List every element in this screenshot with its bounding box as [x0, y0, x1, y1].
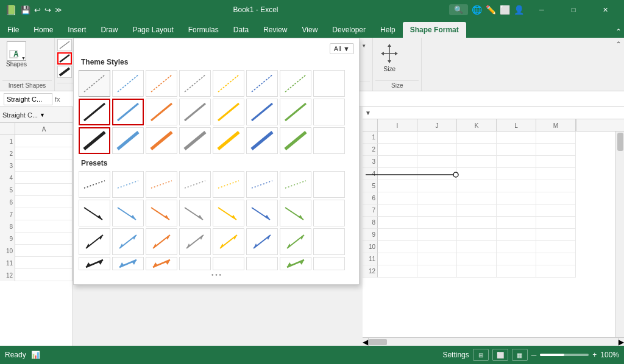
- cell-I12[interactable]: [378, 265, 417, 278]
- style-item-18[interactable]: [112, 127, 144, 154]
- page-break-view-button[interactable]: ▦: [512, 349, 528, 361]
- preset-item-5[interactable]: [213, 171, 244, 198]
- preset-item-22[interactable]: [246, 228, 278, 255]
- cell-J1[interactable]: [417, 131, 457, 144]
- preset-item-13[interactable]: [213, 200, 244, 226]
- preset-item-18[interactable]: [112, 228, 144, 255]
- cell-M8[interactable]: [536, 217, 576, 229]
- cell-I7[interactable]: [378, 205, 417, 217]
- cell-J8[interactable]: [417, 217, 457, 229]
- collapse-group-icon[interactable]: ⌃: [615, 40, 622, 49]
- preset-item-19[interactable]: [146, 228, 177, 255]
- tab-data[interactable]: Data: [226, 22, 256, 38]
- preset-item-30[interactable]: [246, 257, 278, 270]
- cell-M1[interactable]: [536, 131, 576, 144]
- preset-item-14[interactable]: [246, 200, 278, 226]
- preset-item-26[interactable]: [112, 257, 144, 270]
- style-preset-1[interactable]: [57, 39, 72, 51]
- cell-I10[interactable]: [378, 241, 417, 253]
- zoom-minus-icon[interactable]: ─: [531, 351, 537, 359]
- preset-item-20[interactable]: [179, 228, 211, 255]
- style-item-12[interactable]: [179, 99, 211, 125]
- style-item-21[interactable]: [213, 127, 244, 154]
- cell-M4[interactable]: [536, 168, 576, 180]
- style-item-2[interactable]: [112, 70, 144, 97]
- cell-M6[interactable]: [536, 192, 576, 205]
- cell-A2[interactable]: [15, 147, 73, 159]
- restore-icon[interactable]: ⬜: [500, 5, 510, 15]
- cell-I2[interactable]: [378, 144, 417, 156]
- cell-M9[interactable]: [536, 229, 576, 241]
- cell-L3[interactable]: [497, 156, 536, 168]
- style-item-19[interactable]: [146, 127, 177, 154]
- style-preset-7[interactable]: [57, 66, 72, 78]
- cell-K1[interactable]: [457, 131, 497, 144]
- redo-icon[interactable]: ↪: [44, 5, 51, 15]
- cell-I6[interactable]: [378, 192, 417, 205]
- cell-A5[interactable]: [15, 184, 73, 196]
- style-item-11[interactable]: [146, 99, 177, 125]
- tab-page-layout[interactable]: Page Layout: [125, 22, 180, 38]
- style-item-4[interactable]: [179, 70, 211, 97]
- cell-I3[interactable]: [378, 156, 417, 168]
- cell-L12[interactable]: [497, 265, 536, 278]
- ribbon-collapse-icon[interactable]: ⌃: [615, 27, 622, 36]
- minimize-button[interactable]: ─: [528, 0, 556, 19]
- cell-K7[interactable]: [457, 205, 497, 217]
- h-scrollbar-track[interactable]: [369, 338, 618, 346]
- search-box[interactable]: 🔍: [449, 4, 468, 15]
- close-button[interactable]: ✕: [591, 0, 619, 19]
- tab-draw[interactable]: Draw: [93, 22, 125, 38]
- tab-shape-format[interactable]: Shape Format: [403, 22, 466, 38]
- cell-I5[interactable]: [378, 180, 417, 192]
- tab-home[interactable]: Home: [26, 22, 60, 38]
- cell-J11[interactable]: [417, 253, 457, 265]
- preset-item-9[interactable]: [79, 200, 110, 226]
- tab-formulas[interactable]: Formulas: [181, 22, 226, 38]
- preset-item-16[interactable]: [313, 200, 345, 226]
- cell-K8[interactable]: [457, 217, 497, 229]
- style-item-15[interactable]: [280, 99, 311, 125]
- preset-item-28[interactable]: [179, 257, 211, 270]
- cell-A8[interactable]: [15, 220, 73, 233]
- cell-J6[interactable]: [417, 192, 457, 205]
- style-item-7[interactable]: [280, 70, 311, 97]
- style-item-10[interactable]: [112, 99, 144, 125]
- pen-icon[interactable]: ✏️: [486, 5, 496, 15]
- preset-item-3[interactable]: [146, 171, 177, 198]
- cell-L9[interactable]: [497, 229, 536, 241]
- preset-item-2[interactable]: [112, 171, 144, 198]
- cell-L4[interactable]: [497, 168, 536, 180]
- maximize-button[interactable]: □: [559, 0, 587, 19]
- cell-A10[interactable]: [15, 245, 73, 257]
- cell-K2[interactable]: [457, 144, 497, 156]
- cell-J7[interactable]: [417, 205, 457, 217]
- preset-item-21[interactable]: [213, 228, 244, 255]
- preset-item-29[interactable]: [213, 257, 244, 270]
- cell-A1[interactable]: [15, 135, 73, 147]
- cell-L11[interactable]: [497, 253, 536, 265]
- cell-K9[interactable]: [457, 229, 497, 241]
- preset-item-4[interactable]: [179, 171, 211, 198]
- preset-item-25[interactable]: [79, 257, 110, 270]
- normal-view-button[interactable]: ⊞: [473, 349, 489, 361]
- cell-J10[interactable]: [417, 241, 457, 253]
- collaborate-icon[interactable]: 🌐: [472, 5, 482, 15]
- style-item-8[interactable]: [313, 70, 345, 97]
- cell-J5[interactable]: [417, 180, 457, 192]
- ribbon-group-collapse[interactable]: ⌃: [613, 38, 624, 91]
- preset-item-12[interactable]: [179, 200, 211, 226]
- preset-item-1[interactable]: [79, 171, 110, 198]
- cell-dropdown[interactable]: ▼: [363, 107, 624, 119]
- style-item-20[interactable]: [179, 127, 211, 154]
- cell-M7[interactable]: [536, 205, 576, 217]
- cell-K10[interactable]: [457, 241, 497, 253]
- cell-L2[interactable]: [497, 144, 536, 156]
- tab-help[interactable]: Help: [373, 22, 403, 38]
- cell-A12[interactable]: [15, 269, 73, 281]
- scroll-right-btn[interactable]: ▶: [618, 338, 624, 346]
- cell-L6[interactable]: [497, 192, 536, 205]
- cell-A3[interactable]: [15, 159, 73, 172]
- preset-item-6[interactable]: [246, 171, 278, 198]
- profile-icon[interactable]: 👤: [514, 5, 524, 15]
